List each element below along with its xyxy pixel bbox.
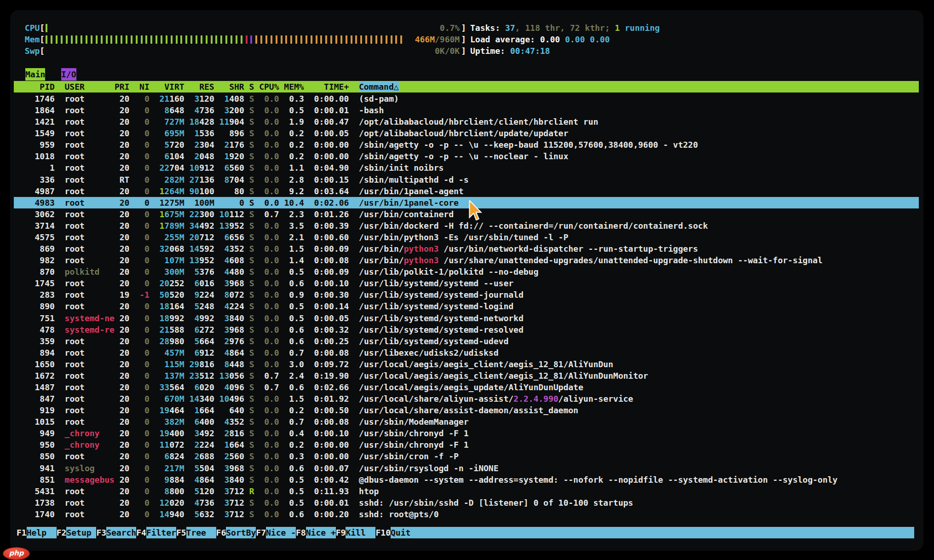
meter-tick-orange — [395, 35, 397, 44]
fkey-f3[interactable]: F3 — [96, 527, 106, 538]
fkey-label-tree[interactable]: Tree — [186, 527, 216, 538]
footer-fill — [421, 527, 914, 538]
process-row[interactable]: 1018 root 20 0 6104 2048 1920 S 0.0 0.2 … — [14, 150, 919, 162]
process-row[interactable]: 336 root RT 0 282M 27136 8704 S 0.0 2.8 … — [14, 174, 919, 185]
process-row[interactable]: 850 root 20 0 6824 2688 2560 S 0.0 0.3 0… — [14, 450, 919, 462]
fkey-f9[interactable]: F9 — [336, 527, 346, 538]
meter-tick-orange — [281, 35, 283, 44]
process-row[interactable]: 3062 root 20 0 1675M 22300 10112 S 0.7 2… — [14, 208, 919, 220]
fkey-label-search[interactable]: Search — [106, 527, 136, 538]
meter-tick-green — [145, 35, 147, 44]
process-row[interactable]: 283 root 19 -1 50520 9224 8072 S 0.0 0.9… — [14, 289, 919, 300]
fkey-f2[interactable]: F2 — [57, 527, 67, 538]
fkey-label-nice-[interactable]: Nice - — [266, 527, 296, 538]
meter-tick-green — [211, 35, 213, 44]
meter-tick-green — [106, 35, 108, 44]
cpu-meter-bar: 0.7% — [45, 22, 461, 34]
fkey-f1[interactable]: F1 — [17, 527, 27, 538]
process-row[interactable]: 851 messagebus 20 0 9884 4864 3840 S 0.0… — [14, 474, 919, 485]
process-row[interactable]: 950 _chrony 20 0 11072 2224 1664 S 0.0 0… — [14, 439, 919, 450]
meter-tick-orange — [260, 35, 262, 44]
meter-tick-orange — [391, 35, 392, 44]
php-badge-label: php — [9, 549, 23, 557]
meter-tick-green — [121, 35, 122, 44]
meter-tick-orange — [381, 35, 382, 44]
meter-tick-orange — [355, 35, 357, 44]
process-row[interactable]: 3714 root 20 0 1789M 34492 13952 S 0.0 3… — [14, 220, 919, 231]
meter-tick-green — [126, 35, 127, 44]
meter-tick-green — [190, 35, 192, 44]
fkey-f10[interactable]: F10 — [375, 527, 391, 538]
process-row[interactable]: 4987 root 20 0 1264M 90100 80 S 0.0 9.2 … — [14, 185, 919, 197]
process-row[interactable]: 1015 root 20 0 382M 6400 4352 S 0.0 0.7 … — [14, 416, 919, 427]
meter-tick-green — [71, 35, 73, 44]
meter-tick-orange — [335, 35, 337, 44]
process-row[interactable]: 1549 root 20 0 695M 1536 896 S 0.0 0.2 0… — [14, 127, 919, 139]
process-row[interactable]: 359 root 20 0 28980 5664 2976 S 0.0 0.6 … — [14, 335, 919, 347]
meter-tick-orange — [330, 35, 332, 44]
meter-tick-green — [141, 35, 143, 44]
meter-tick-orange — [375, 35, 377, 44]
meter-tick-green — [61, 35, 63, 44]
terminal-window: CPU[0.7%] Mem[466M/960M] Swp[0K/0K] Task… — [10, 10, 923, 551]
process-row[interactable]: 1650 root 20 0 115M 29816 8448 S 0.0 3.0… — [14, 358, 919, 370]
column-header-row[interactable]: PID USER PRI NI VIRT RES SHR S CPU% MEM%… — [14, 81, 919, 92]
process-row[interactable]: 941 syslog 20 0 217M 5504 3968 S 0.0 0.6… — [14, 462, 919, 474]
process-row[interactable]: 959 root 20 0 5720 2304 2176 S 0.0 0.2 0… — [14, 139, 919, 150]
process-row[interactable]: 1738 root 20 0 12020 4736 3712 S 0.0 0.5… — [14, 497, 919, 508]
process-row[interactable]: 1746 root 20 0 21160 3120 1408 S 0.0 0.3… — [14, 93, 919, 104]
meter-tick-green — [51, 35, 52, 44]
fkey-label-sortby[interactable]: SortBy — [226, 527, 256, 538]
fkey-f8[interactable]: F8 — [296, 527, 306, 538]
fkey-label-quit[interactable]: Quit — [391, 527, 421, 538]
process-row[interactable]: 5431 root 20 0 8800 5120 3712 R 0.0 0.5 … — [14, 485, 919, 497]
fkey-label-filter[interactable]: Filter — [146, 527, 176, 538]
fkey-f4[interactable]: F4 — [136, 527, 146, 538]
process-row[interactable]: 919 root 20 0 19464 1664 640 S 0.0 0.2 0… — [14, 404, 919, 416]
process-row-selected[interactable]: 4983 root 20 0 1275M 100M 0 S 0.0 10.4 0… — [14, 197, 919, 208]
process-row[interactable]: 894 root 20 0 457M 6912 4864 S 0.0 0.7 0… — [14, 347, 919, 358]
process-row[interactable]: 1740 root 20 0 14940 5632 3712 S 0.0 0.6… — [14, 508, 919, 520]
process-row[interactable]: 751 systemd-ne 20 0 18992 4992 3840 S 0.… — [14, 312, 919, 324]
fkey-label-setup[interactable]: Setup — [66, 527, 96, 538]
process-row[interactable]: 870 polkitd 20 0 300M 5376 4480 S 0.0 0.… — [14, 266, 919, 277]
meter-tick-orange — [400, 35, 402, 44]
fkey-f7[interactable]: F7 — [256, 527, 266, 538]
meter-tick-green — [196, 35, 197, 44]
meter-tick-green — [46, 24, 47, 32]
process-row[interactable]: 478 systemd-re 20 0 21588 6272 3968 S 0.… — [14, 324, 919, 335]
process-row[interactable]: 4575 root 20 0 255M 20712 6656 S 0.0 2.1… — [14, 231, 919, 243]
meter-tick-green — [215, 35, 217, 44]
fkey-label-help[interactable]: Help — [27, 527, 57, 538]
tab-io[interactable]: I/O — [61, 68, 76, 81]
process-row[interactable]: 869 root 20 0 32068 14592 4352 S 0.0 1.5… — [14, 243, 919, 254]
fkey-label-kill[interactable]: Kill — [346, 527, 375, 538]
process-row[interactable]: 1421 root 20 0 727M 18428 11904 S 0.0 1.… — [14, 116, 919, 127]
cpu-meter: CPU[0.7%] — [20, 22, 466, 34]
sort-column-command[interactable]: Command△ — [359, 82, 399, 92]
fkey-f5[interactable]: F5 — [176, 527, 186, 538]
process-row[interactable]: 982 root 20 0 107M 13952 4608 S 0.0 1.4 … — [14, 254, 919, 266]
fkey-label-nice-[interactable]: Nice + — [306, 527, 336, 538]
tasks-summary: Tasks: 37, 118 thr, 72 kthr; 1 running — [470, 22, 660, 34]
process-row[interactable]: 890 root 20 0 18164 5248 4224 S 0.0 0.5 … — [14, 300, 919, 312]
meter-tick-green — [115, 35, 117, 44]
process-row[interactable]: 949 _chrony 20 0 19400 3492 2816 S 0.0 0… — [14, 427, 919, 439]
meter-tick-green — [180, 35, 182, 44]
meter-tick-green — [136, 35, 138, 44]
tab-main[interactable]: Main — [25, 68, 45, 81]
meter-tick-green — [101, 35, 103, 44]
process-row[interactable]: 1672 root 20 0 137M 23512 13056 S 0.7 2.… — [14, 370, 919, 381]
meter-tick-green — [150, 35, 152, 44]
meter-tick-orange — [295, 35, 297, 44]
meter-tick-green — [166, 35, 167, 44]
meter-tick-orange — [365, 35, 367, 44]
process-row[interactable]: 1 root 20 0 22704 10912 6560 S 0.0 1.1 0… — [14, 162, 919, 173]
process-row[interactable]: 847 root 20 0 670M 14340 10496 S 0.0 1.5… — [14, 393, 919, 404]
meter-tick-green — [56, 35, 58, 44]
process-row[interactable]: 1864 root 20 0 8648 4736 3200 S 0.0 0.5 … — [14, 104, 919, 116]
process-row[interactable]: 1745 root 20 0 20252 6016 3968 S 0.0 0.6… — [14, 277, 919, 289]
process-row[interactable]: 1487 root 20 0 33564 6020 4096 S 0.7 0.6… — [14, 381, 919, 393]
fkey-f6[interactable]: F6 — [216, 527, 226, 538]
screenshot-stage: CPU[0.7%] Mem[466M/960M] Swp[0K/0K] Task… — [0, 0, 934, 560]
